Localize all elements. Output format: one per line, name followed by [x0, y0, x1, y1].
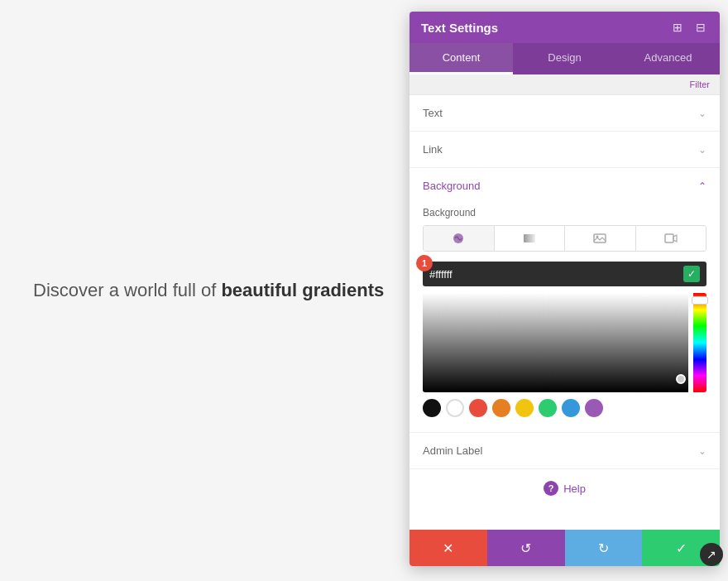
expand-icon[interactable]: ⊟: [693, 20, 708, 35]
accordion-text-chevron: ⌄: [698, 108, 706, 119]
bg-type-tabs: [423, 225, 706, 252]
cancel-button[interactable]: ✕: [410, 530, 487, 566]
swatch-white[interactable]: [446, 399, 464, 417]
tab-content[interactable]: Content: [410, 43, 513, 74]
filter-bar: Filter: [410, 74, 720, 95]
accordion-admin-chevron: ⌄: [698, 445, 706, 457]
settings-icon[interactable]: ⊞: [670, 20, 685, 35]
color-swatches: [423, 399, 706, 417]
svg-rect-2: [594, 234, 606, 242]
accordion-background-header[interactable]: Background ⌃: [410, 168, 720, 197]
reset-button[interactable]: ↺: [487, 530, 565, 566]
swatch-purple[interactable]: [585, 399, 603, 417]
accordion-background-chevron: ⌃: [698, 180, 706, 192]
color-badge: 1: [416, 255, 433, 271]
background-section-label: Background: [423, 207, 706, 218]
color-gradient-area[interactable]: [423, 293, 706, 392]
swatch-orange[interactable]: [492, 399, 510, 417]
hue-thumb[interactable]: [692, 296, 708, 305]
panel-title: Text Settings: [421, 21, 498, 35]
background-section: Background: [410, 197, 720, 433]
gradient-thumb[interactable]: [676, 374, 686, 384]
bg-type-gradient[interactable]: [495, 226, 566, 251]
hex-input[interactable]: [429, 268, 678, 281]
swatch-blue[interactable]: [562, 399, 580, 417]
main-content: Discover a world full of beautiful gradi…: [0, 0, 405, 581]
hero-text: Discover a world full of beautiful gradi…: [33, 280, 384, 301]
accordion-admin-label-text: Admin Label: [423, 444, 482, 457]
panel-header: Text Settings ⊞ ⊟: [410, 12, 720, 43]
swatch-black[interactable]: [423, 399, 441, 417]
help-row[interactable]: ? Help: [410, 469, 720, 507]
accordion-link-label: Link: [423, 143, 443, 156]
hex-confirm-button[interactable]: ✓: [683, 266, 700, 282]
svg-rect-1: [524, 234, 535, 242]
accordion-link[interactable]: Link ⌄: [410, 132, 720, 168]
accordion-admin-label[interactable]: Admin Label ⌄: [410, 433, 720, 469]
gradient-background: [423, 293, 688, 392]
help-icon: ?: [544, 481, 558, 496]
bg-type-color[interactable]: [424, 226, 495, 251]
accordion-text-label: Text: [423, 107, 443, 119]
hue-slider[interactable]: [693, 293, 706, 392]
filter-button[interactable]: Filter: [690, 79, 710, 89]
panel-header-icons: ⊞ ⊟: [670, 20, 708, 35]
accordion-link-chevron: ⌄: [698, 144, 706, 156]
color-picker: 1 ✓: [423, 262, 706, 417]
bg-type-image[interactable]: [565, 226, 636, 251]
swatch-green[interactable]: [539, 399, 557, 417]
accordion-text[interactable]: Text ⌄: [410, 95, 720, 132]
tab-bar: Content Design Advanced: [410, 43, 720, 74]
redo-button[interactable]: ↻: [565, 530, 643, 566]
tab-design[interactable]: Design: [513, 43, 616, 74]
settings-panel: Text Settings ⊞ ⊟ Content Design Advance…: [410, 12, 720, 566]
svg-rect-4: [665, 234, 673, 242]
hero-text-bold: beautiful gradients: [221, 280, 384, 300]
hex-input-row: ✓: [423, 262, 706, 286]
drag-handle-icon[interactable]: ↗: [700, 543, 723, 566]
swatch-red[interactable]: [469, 399, 487, 417]
hero-text-before: Discover a world full of: [33, 280, 221, 300]
bg-type-video[interactable]: [636, 226, 706, 251]
swatch-yellow[interactable]: [515, 399, 534, 417]
tab-advanced[interactable]: Advanced: [616, 43, 720, 74]
panel-body: Filter Text ⌄ Link ⌄ Background ⌃ Backgr…: [410, 74, 720, 530]
accordion-background-label: Background: [423, 180, 480, 192]
help-label: Help: [563, 483, 586, 495]
panel-footer: ✕ ↺ ↻ ✓: [410, 530, 720, 566]
